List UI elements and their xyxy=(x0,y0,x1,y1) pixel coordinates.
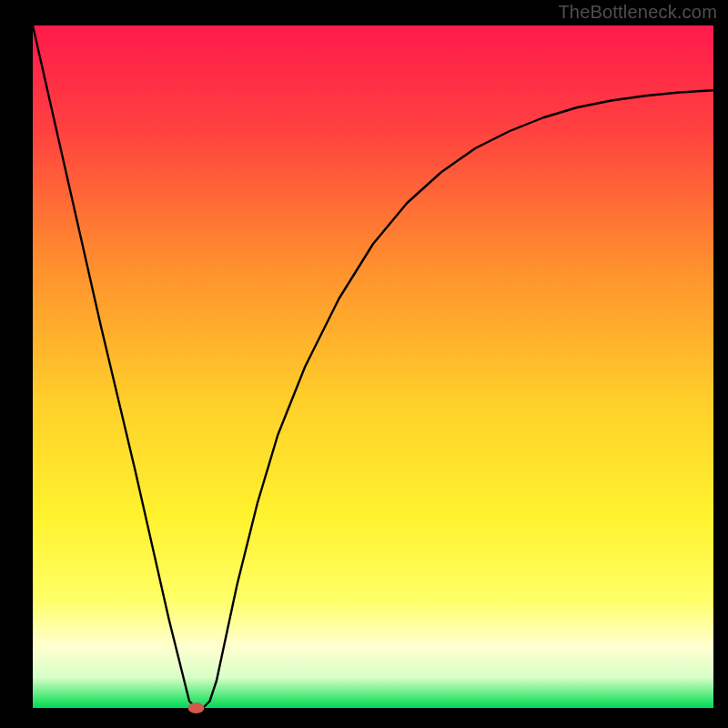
optimal-marker xyxy=(188,703,205,713)
watermark-text: TheBottleneck.com xyxy=(558,2,717,23)
bottleneck-chart xyxy=(0,0,728,728)
plot-background xyxy=(33,25,713,708)
chart-container: TheBottleneck.com xyxy=(0,0,728,728)
